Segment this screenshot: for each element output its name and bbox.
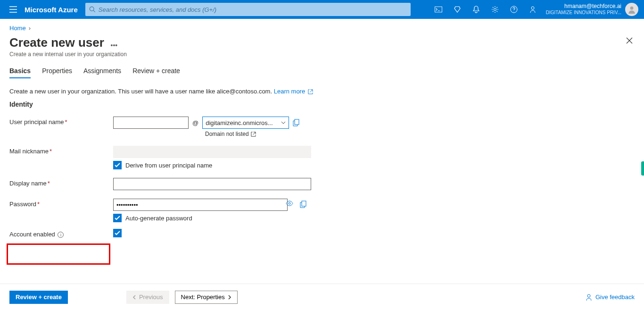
account-org: DIGITAMIZE INNOVATIONS PRIV...	[546, 9, 621, 16]
copy-password-icon[interactable]	[300, 201, 311, 208]
label-auto-password: Auto-generate password	[125, 215, 192, 222]
checkbox-derive-nickname[interactable]	[113, 161, 122, 169]
page-title: Create new user	[9, 35, 104, 50]
svg-rect-6	[295, 119, 299, 125]
copy-upn-icon[interactable]	[293, 119, 304, 126]
search-input[interactable]	[96, 6, 407, 13]
page-subtitle: Create a new internal user in your organ…	[9, 51, 127, 58]
feedback-icon[interactable]	[523, 0, 542, 19]
svg-rect-8	[302, 201, 306, 206]
label-password: Password*	[9, 199, 113, 208]
search-box[interactable]	[85, 3, 411, 16]
breadcrumb: Home ›	[9, 25, 635, 32]
label-account-enabled: Account enabled i	[9, 229, 113, 238]
tab-bar: Basics Properties Assignments Review + c…	[9, 67, 635, 78]
chevron-right-icon: ›	[29, 25, 31, 32]
label-upn: User principal name*	[9, 117, 113, 126]
give-feedback-link[interactable]: Give feedback	[585, 293, 635, 301]
annotation-highlight	[7, 243, 110, 265]
svg-point-7	[289, 202, 290, 204]
tab-assignments[interactable]: Assignments	[83, 67, 121, 78]
reveal-password-icon[interactable]	[286, 201, 293, 206]
label-display-name: Display name*	[9, 178, 113, 187]
page-description: Create a new user in your organization. …	[9, 88, 635, 95]
input-upn[interactable]	[113, 117, 189, 129]
tab-basics[interactable]: Basics	[9, 67, 31, 78]
domain-not-listed-link[interactable]: Domain not listed	[205, 131, 249, 137]
notifications-icon[interactable]	[467, 0, 486, 19]
settings-icon[interactable]	[486, 0, 504, 19]
info-icon[interactable]: i	[58, 232, 64, 238]
brand-label[interactable]: Microsoft Azure	[23, 6, 85, 14]
side-feedback-tab[interactable]	[641, 161, 644, 176]
more-actions-icon[interactable]: •••	[111, 42, 118, 49]
tab-properties[interactable]: Properties	[42, 67, 72, 78]
review-create-button[interactable]: Review + create	[9, 291, 68, 304]
label-derive-nickname: Derive from user principal name	[125, 162, 212, 169]
copilot-icon[interactable]	[448, 0, 467, 19]
cloud-shell-icon[interactable]	[429, 0, 448, 19]
section-identity: Identity	[9, 101, 635, 108]
next-button[interactable]: Next: Properties	[175, 291, 238, 304]
top-bar: Microsoft Azure hmanam@techforce.ai DIGI…	[0, 0, 644, 19]
input-mail-nickname	[113, 146, 311, 158]
checkbox-auto-password[interactable]	[113, 214, 122, 222]
footer-bar: Review + create Previous Next: Propertie…	[0, 284, 644, 310]
search-icon	[89, 6, 96, 13]
tab-review-create[interactable]: Review + create	[132, 67, 180, 78]
svg-point-5	[630, 7, 634, 10]
avatar-icon	[625, 3, 638, 16]
help-icon[interactable]	[504, 0, 523, 19]
previous-button: Previous	[126, 291, 169, 304]
svg-point-0	[90, 7, 94, 11]
top-icon-group: hmanam@techforce.ai DIGITAMIZE INNOVATIO…	[429, 0, 640, 19]
learn-more-link[interactable]: Learn more	[274, 88, 313, 95]
svg-point-2	[494, 8, 496, 11]
hamburger-icon[interactable]	[4, 0, 23, 19]
breadcrumb-home[interactable]: Home	[9, 25, 26, 32]
close-icon[interactable]	[624, 35, 635, 46]
checkbox-account-enabled[interactable]	[113, 229, 122, 237]
chevron-down-icon	[281, 121, 286, 124]
label-mail-nickname: Mail nickname*	[9, 146, 113, 155]
svg-rect-1	[435, 7, 442, 12]
svg-point-4	[531, 7, 534, 9]
svg-point-9	[587, 294, 590, 297]
account-menu[interactable]: hmanam@techforce.ai DIGITAMIZE INNOVATIO…	[542, 3, 640, 16]
input-password[interactable]	[113, 199, 288, 211]
input-display-name[interactable]	[113, 178, 311, 190]
select-domain[interactable]: digitamizeinc.onmicros...	[202, 117, 289, 129]
account-email: hmanam@techforce.ai	[546, 3, 621, 9]
at-symbol: @	[192, 119, 198, 126]
